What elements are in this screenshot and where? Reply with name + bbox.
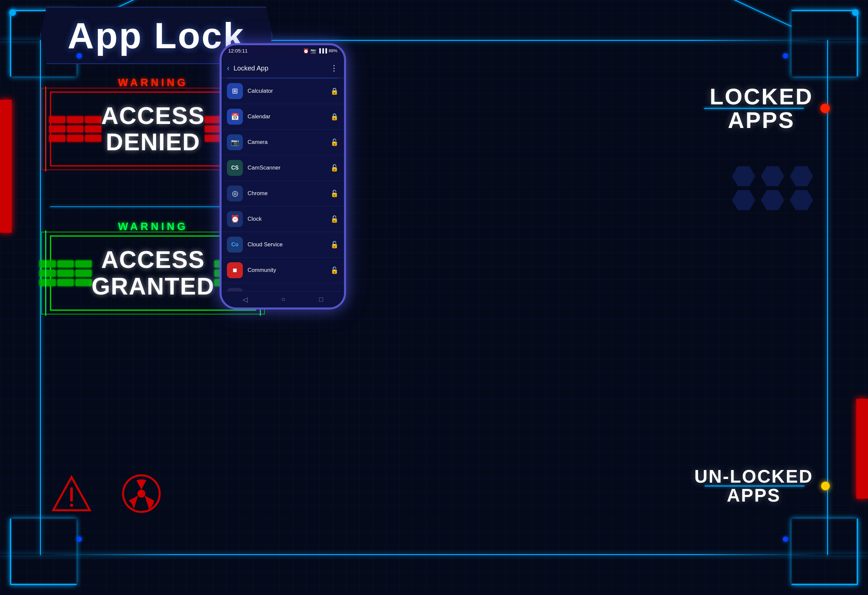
unlocked-apps-line2: APPS bbox=[694, 486, 813, 505]
app-name-cloud: Cloud Service bbox=[248, 242, 326, 248]
hex-1 bbox=[732, 166, 755, 186]
phone-bottom-nav: ◁ ○ □ bbox=[221, 291, 344, 308]
phone-status-bar: 12:05:11 ⏰ 📷 ▐▐▐ 88% bbox=[221, 45, 344, 56]
hex-5 bbox=[761, 190, 784, 210]
red-accent-right bbox=[856, 399, 868, 499]
warning-triangle-icon bbox=[50, 474, 93, 514]
blue-dot-2 bbox=[783, 53, 788, 59]
corner-dot-tl bbox=[9, 9, 16, 16]
calendar-icon: 📅 bbox=[231, 113, 239, 121]
app-name-camscanner: CamScanner bbox=[248, 165, 326, 171]
bar-segment bbox=[85, 135, 101, 141]
app-icon-calculator: ⊞ bbox=[227, 83, 243, 99]
community-icon: ■ bbox=[233, 266, 237, 275]
status-icon-alarm: ⏰ bbox=[303, 48, 309, 53]
cloud-icon: Co bbox=[231, 242, 238, 247]
access-granted-line2: GRANTED bbox=[92, 273, 215, 299]
clock-icon: ⏰ bbox=[230, 215, 239, 223]
app-item-chrome[interactable]: ◎ Chrome bbox=[221, 181, 344, 206]
blue-dot-1 bbox=[77, 53, 82, 59]
locked-apps-section: LOCKED APPS bbox=[710, 85, 813, 132]
camscanner-icon: CS bbox=[231, 165, 239, 171]
app-item-calendar[interactable]: 📅 Calendar bbox=[221, 104, 344, 130]
blue-dot-3 bbox=[77, 536, 82, 542]
bar-segment bbox=[49, 135, 65, 141]
hex-3 bbox=[790, 166, 813, 186]
access-denied-line2: DENIED bbox=[101, 129, 205, 155]
app-icon-chrome: ◎ bbox=[227, 186, 243, 202]
access-denied-line1: ACCESS bbox=[101, 103, 205, 129]
app-icon-camscanner: CS bbox=[227, 160, 243, 176]
app-name-chrome: Chrome bbox=[248, 190, 326, 197]
bar-row bbox=[40, 279, 92, 286]
nav-home-button[interactable]: ○ bbox=[281, 296, 285, 303]
unlocked-apps-line1: UN-LOCKED bbox=[694, 467, 813, 486]
phone-container: 12:05:11 ⏰ 📷 ▐▐▐ 88% ‹ Locked App bbox=[220, 43, 346, 309]
bar-segment bbox=[40, 270, 56, 277]
app-icon-community: ■ bbox=[227, 262, 243, 278]
hex-decoration bbox=[732, 166, 815, 210]
status-icon-screenshot: 📷 bbox=[310, 48, 316, 53]
corner-decoration-tr bbox=[791, 10, 858, 77]
bar-row bbox=[49, 126, 101, 132]
lock-icon-camscanner[interactable] bbox=[331, 164, 339, 172]
bar-segment bbox=[58, 279, 74, 286]
bar-segment bbox=[58, 270, 74, 277]
app-item-compass[interactable]: 🧭 Compass bbox=[221, 283, 344, 291]
app-icon-cloud: Co bbox=[227, 237, 243, 253]
lock-icon-chrome[interactable] bbox=[331, 190, 339, 197]
lock-icon-camera[interactable] bbox=[331, 138, 339, 146]
app-icon-calendar: 📅 bbox=[227, 109, 243, 125]
lock-icon-calendar[interactable] bbox=[331, 113, 339, 121]
app-icon-camera: 📷 bbox=[227, 134, 243, 150]
bar-row bbox=[49, 135, 101, 141]
app-name-camera: Camera bbox=[248, 139, 326, 146]
svg-point-2 bbox=[70, 504, 73, 507]
unlocked-apps-indicator-dot bbox=[821, 482, 830, 490]
bar-segment bbox=[75, 261, 92, 267]
app-item-cloud[interactable]: Co Cloud Service bbox=[221, 232, 344, 258]
bar-segment bbox=[49, 116, 65, 123]
back-button[interactable]: ‹ bbox=[227, 63, 230, 73]
app-item-calculator[interactable]: ⊞ Calculator bbox=[221, 78, 344, 104]
status-bar-content: 12:05:11 ⏰ 📷 ▐▐▐ 88% bbox=[228, 48, 337, 53]
corner-decoration-br bbox=[791, 518, 858, 585]
bar-segment bbox=[205, 116, 221, 123]
unlocked-apps-section: UN-LOCKED APPS bbox=[694, 467, 813, 505]
bar-segment bbox=[75, 279, 92, 286]
blue-dot-4 bbox=[783, 536, 788, 542]
camera-icon: 📷 bbox=[231, 138, 239, 146]
screen-title: Locked App bbox=[233, 65, 269, 72]
lock-icon-community[interactable] bbox=[331, 266, 339, 274]
access-granted-line1: ACCESS bbox=[92, 247, 215, 273]
neon-line-right bbox=[827, 40, 828, 555]
bottom-icons bbox=[50, 472, 163, 515]
bar-segment bbox=[85, 116, 101, 123]
bar-segment bbox=[75, 270, 92, 277]
nav-back-button[interactable]: ◁ bbox=[242, 296, 248, 303]
bar-segment bbox=[85, 126, 101, 132]
lock-icon-calculator[interactable] bbox=[331, 87, 339, 95]
app-item-community[interactable]: ■ Community bbox=[221, 258, 344, 283]
app-item-clock[interactable]: ⏰ Clock bbox=[221, 206, 344, 232]
chrome-icon: ◎ bbox=[232, 189, 238, 198]
locked-connector-line bbox=[704, 108, 804, 109]
lock-icon-clock[interactable] bbox=[331, 215, 339, 223]
app-name-clock: Clock bbox=[248, 216, 326, 222]
lock-icon-cloud[interactable] bbox=[331, 241, 339, 249]
red-accent-left bbox=[0, 100, 12, 233]
app-item-camera[interactable]: 📷 Camera bbox=[221, 130, 344, 155]
status-battery: 88% bbox=[329, 48, 337, 53]
locked-apps-indicator-dot bbox=[821, 104, 830, 113]
app-name-community: Community bbox=[248, 267, 326, 274]
main-container: App Lock WARNING bbox=[0, 0, 868, 595]
bar-segment bbox=[67, 116, 83, 123]
bar-segment bbox=[67, 126, 83, 132]
corner-dot-tr bbox=[852, 9, 859, 16]
calculator-icon: ⊞ bbox=[232, 87, 238, 96]
nav-recents-button[interactable]: □ bbox=[319, 296, 323, 303]
more-options-button[interactable]: ⋮ bbox=[330, 63, 339, 73]
locked-apps-line2: APPS bbox=[710, 108, 813, 132]
phone-app-header: ‹ Locked App ⋮ bbox=[221, 59, 344, 78]
app-item-camscanner[interactable]: CS CamScanner bbox=[221, 155, 344, 181]
